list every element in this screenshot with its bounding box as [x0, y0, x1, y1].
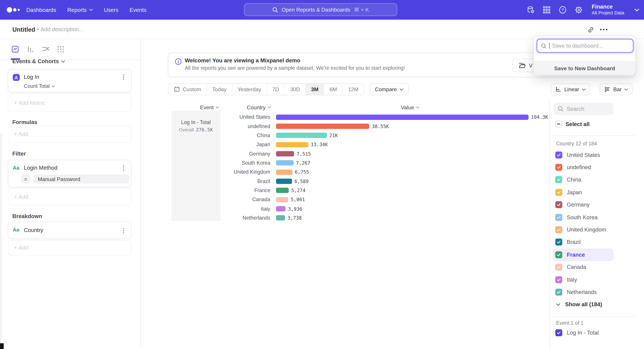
date-option-custom[interactable]: Custom: [168, 84, 207, 95]
global-search[interactable]: Open Reports & Dashboards ⌘ + K: [244, 3, 397, 16]
flows-icon[interactable]: [42, 45, 50, 53]
nav-users[interactable]: Users: [104, 7, 118, 13]
insights-chart-icon[interactable]: [11, 45, 19, 53]
legend-country-row[interactable]: Italy: [553, 273, 614, 286]
date-range-controls: Custom Today Yesterday 7D 30D 3M 6M 12M …: [168, 83, 409, 95]
country-checkbox[interactable]: [555, 164, 562, 171]
column-header-country[interactable]: Country: [247, 104, 271, 110]
legend-event-row[interactable]: Log In - Total: [555, 329, 599, 336]
country-checkbox[interactable]: [555, 239, 562, 246]
metric-card[interactable]: A Log In Count Total: [8, 69, 132, 92]
show-all-button[interactable]: Show all (184): [556, 301, 602, 308]
chevron-down-icon: [582, 88, 586, 90]
bar[interactable]: [276, 197, 288, 202]
apps-grid-icon[interactable]: [542, 6, 550, 14]
bar[interactable]: [276, 160, 294, 166]
bar[interactable]: [276, 179, 292, 184]
date-option-30d[interactable]: 30D: [285, 84, 306, 95]
bar[interactable]: [276, 169, 292, 175]
funnels-icon[interactable]: [26, 45, 34, 53]
nav-reports[interactable]: Reports: [67, 7, 93, 13]
legend-country-row[interactable]: United States: [553, 149, 614, 161]
bar[interactable]: [276, 206, 286, 212]
legend-search-input[interactable]: Search: [554, 103, 614, 115]
country-legend-list: United StatesundefinedChinaJapanGermanyS…: [550, 149, 644, 298]
project-selector[interactable]: Finance All Project Data: [592, 4, 624, 16]
breakdown-property-name[interactable]: Country: [24, 227, 43, 233]
country-checkbox[interactable]: [555, 264, 562, 271]
add-breakdown-button[interactable]: + Add: [8, 240, 132, 256]
bar[interactable]: [276, 215, 285, 221]
legend-country-row[interactable]: South Korea: [553, 211, 614, 223]
select-all-checkbox[interactable]: [555, 121, 562, 127]
date-option-yesterday[interactable]: Yesterday: [232, 84, 267, 95]
filter-value-input[interactable]: Manual Password: [33, 174, 129, 184]
kebab-menu-icon[interactable]: [120, 165, 127, 171]
country-checkbox[interactable]: [555, 201, 562, 208]
scale-select[interactable]: Linear: [551, 83, 590, 95]
report-title[interactable]: Untitled: [12, 20, 35, 39]
country-checkbox[interactable]: [555, 176, 562, 183]
country-checkbox[interactable]: [555, 189, 562, 196]
chart-type-select[interactable]: Bar: [600, 83, 632, 95]
column-header-event[interactable]: Event: [200, 104, 219, 110]
save-to-new-dashboard-button[interactable]: Save to New Dashboard: [534, 61, 636, 75]
more-actions-button[interactable]: [599, 25, 608, 34]
add-metric-button[interactable]: + Add Metric: [8, 93, 132, 112]
country-checkbox[interactable]: [555, 214, 562, 221]
legend-country-row[interactable]: undefined: [553, 161, 614, 173]
compare-button[interactable]: Compare: [370, 83, 409, 95]
kebab-menu-icon[interactable]: [120, 74, 127, 80]
country-checkbox[interactable]: [555, 276, 562, 283]
help-icon[interactable]: ?: [558, 6, 567, 14]
bar[interactable]: [276, 151, 294, 156]
add-formula-button[interactable]: + Add: [8, 125, 132, 143]
legend-country-row[interactable]: China: [553, 174, 614, 186]
nav-events[interactable]: Events: [130, 7, 146, 13]
filter-property-name[interactable]: Login Method: [24, 165, 57, 171]
kebab-menu-icon[interactable]: [120, 228, 127, 234]
bar[interactable]: [276, 124, 370, 129]
legend-country-row[interactable]: France: [553, 248, 614, 261]
date-option-12m[interactable]: 12M: [343, 84, 364, 95]
save-dashboard-search-input[interactable]: Save to dashboard...: [537, 39, 634, 53]
nav-dashboards[interactable]: Dashboards: [26, 7, 56, 13]
bar[interactable]: [276, 133, 327, 138]
query-builder-sidebar: Events & Cohorts A Log In Count Total + …: [0, 39, 141, 349]
bar[interactable]: [276, 114, 528, 120]
filter-operator-select[interactable]: =: [21, 174, 30, 184]
settings-gear-icon[interactable]: [574, 6, 582, 14]
legend-country-row[interactable]: Germany: [553, 198, 614, 211]
legend-country-row[interactable]: United Kingdom: [553, 223, 614, 236]
legend-country-row[interactable]: Canada: [553, 261, 614, 273]
country-checkbox[interactable]: [555, 251, 562, 258]
country-checkbox[interactable]: [555, 289, 562, 296]
retention-icon[interactable]: [57, 45, 65, 53]
bar[interactable]: [276, 188, 289, 193]
select-all-checkbox-row[interactable]: Select all: [555, 121, 590, 127]
events-section-title[interactable]: Events & Cohorts: [12, 58, 65, 64]
date-option-today[interactable]: Today: [207, 84, 232, 95]
country-checkbox[interactable]: [555, 151, 562, 158]
add-description-field[interactable]: + Add description...: [36, 20, 84, 39]
column-header-value[interactable]: Value: [401, 104, 420, 110]
mixpanel-logo-icon[interactable]: [6, 7, 20, 13]
legend-country-row[interactable]: Netherlands: [553, 286, 614, 298]
check-icon: [556, 228, 561, 232]
info-icon: [175, 58, 182, 65]
breakdown-card[interactable]: Aa Country: [8, 222, 132, 239]
legend-event-checkbox[interactable]: [555, 329, 562, 336]
date-option-7d[interactable]: 7D: [267, 84, 285, 95]
add-filter-button[interactable]: + Add: [8, 188, 132, 205]
bar[interactable]: [276, 142, 308, 147]
metric-aggregation[interactable]: Count Total: [24, 83, 55, 89]
date-option-6m[interactable]: 6M: [324, 84, 343, 95]
legend-country-row[interactable]: Japan: [553, 186, 614, 198]
legend-country-row[interactable]: Brazil: [553, 236, 614, 248]
date-option-3m-selected[interactable]: 3M: [306, 84, 324, 95]
country-checkbox[interactable]: [555, 226, 562, 233]
data-management-icon[interactable]: [526, 6, 535, 14]
filter-card[interactable]: Aa Login Method = Manual Password: [8, 160, 132, 187]
copy-link-button[interactable]: [586, 25, 595, 34]
metric-event-name[interactable]: Log In: [24, 74, 39, 80]
